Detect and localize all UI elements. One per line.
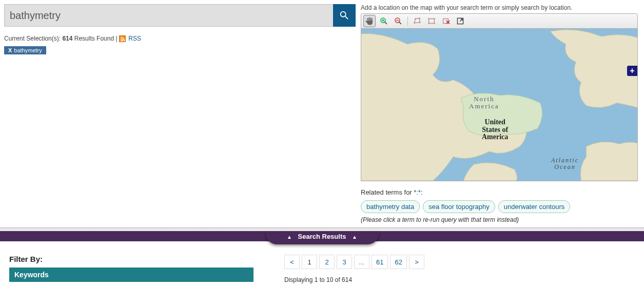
section-divider — [0, 227, 644, 231]
pan-tool[interactable] — [363, 15, 376, 27]
filter-heading: Filter By: — [9, 255, 253, 263]
svg-point-15 — [434, 23, 435, 24]
rss-icon — [119, 35, 126, 42]
results-range: Displaying 1 to 10 of 614 — [284, 276, 635, 283]
clear-icon — [441, 16, 451, 26]
page-prev[interactable]: < — [284, 255, 300, 269]
rectangle-icon — [427, 16, 436, 26]
svg-point-13 — [434, 18, 435, 20]
facet-keywords[interactable]: Keywords — [9, 268, 253, 282]
related-terms-label: Related terms for *:*: — [361, 188, 638, 196]
search-button[interactable] — [333, 4, 356, 27]
search-icon — [339, 10, 350, 21]
svg-point-7 — [414, 22, 415, 24]
zoom-in-icon — [379, 16, 388, 26]
map-label-north-america: NorthAmerica — [469, 96, 499, 109]
page-3[interactable]: 3 — [337, 255, 352, 269]
map-label-atlantic: AtlanticOcean — [551, 157, 579, 170]
page-ellipsis: ... — [354, 255, 369, 269]
svg-line-1 — [385, 22, 387, 25]
page-61[interactable]: 61 — [372, 255, 388, 269]
svg-point-14 — [428, 23, 430, 24]
hand-icon — [365, 16, 374, 26]
term-pill[interactable]: underwater contours — [498, 200, 571, 213]
map-canvas — [361, 29, 637, 181]
svg-point-9 — [419, 17, 420, 19]
expand-icon — [456, 17, 464, 25]
map-hint: Add a location on the map with your sear… — [361, 4, 638, 11]
page-2[interactable]: 2 — [319, 255, 335, 269]
term-pill[interactable]: sea floor topography — [423, 200, 495, 213]
results-bar: ▲ Search Results ▲ — [0, 231, 644, 241]
page-1[interactable]: 1 — [302, 255, 317, 269]
pagination: < 1 2 3 ... 61 62 > — [284, 255, 635, 269]
svg-point-12 — [428, 18, 430, 20]
rss-link[interactable]: RSS — [128, 35, 141, 42]
zoom-out-tool[interactable] — [392, 15, 404, 27]
search-bar — [4, 4, 356, 27]
filter-chip-bathymetry[interactable]: Xbathymetry — [4, 46, 46, 54]
map-expand-badge[interactable]: + — [627, 66, 637, 76]
svg-rect-11 — [429, 19, 435, 24]
related-terms-note: (Please click a term to re-run query wit… — [361, 216, 638, 223]
chevron-up-icon: ▲ — [352, 234, 357, 240]
term-pill[interactable]: bathymetry data — [361, 200, 420, 213]
search-input[interactable] — [4, 4, 333, 27]
close-icon: X — [8, 47, 12, 53]
chevron-up-icon: ▲ — [287, 234, 292, 240]
draw-polygon-tool[interactable] — [411, 15, 423, 27]
map-label-usa: UnitedStates ofAmerica — [482, 119, 508, 141]
map-toolbar — [361, 13, 638, 29]
polygon-icon — [413, 16, 422, 26]
map[interactable]: NorthAmerica UnitedStates ofAmerica Atla… — [361, 29, 638, 181]
results-tab[interactable]: ▲ Search Results ▲ — [265, 231, 379, 244]
related-terms: bathymetry data sea floor topography und… — [361, 200, 638, 213]
clear-shape-tool[interactable] — [440, 15, 452, 27]
selection-summary: Current Selection(s): 614 Results Found … — [4, 35, 356, 42]
svg-point-10 — [419, 22, 421, 23]
page-62[interactable]: 62 — [390, 255, 406, 269]
draw-rectangle-tool[interactable] — [425, 15, 438, 27]
svg-point-8 — [415, 18, 416, 20]
toolbar-separator — [407, 16, 408, 26]
expand-map-tool[interactable] — [454, 15, 466, 27]
svg-line-5 — [399, 22, 402, 25]
zoom-out-icon — [394, 16, 403, 26]
zoom-in-tool[interactable] — [378, 15, 390, 27]
page-next[interactable]: > — [409, 255, 424, 269]
